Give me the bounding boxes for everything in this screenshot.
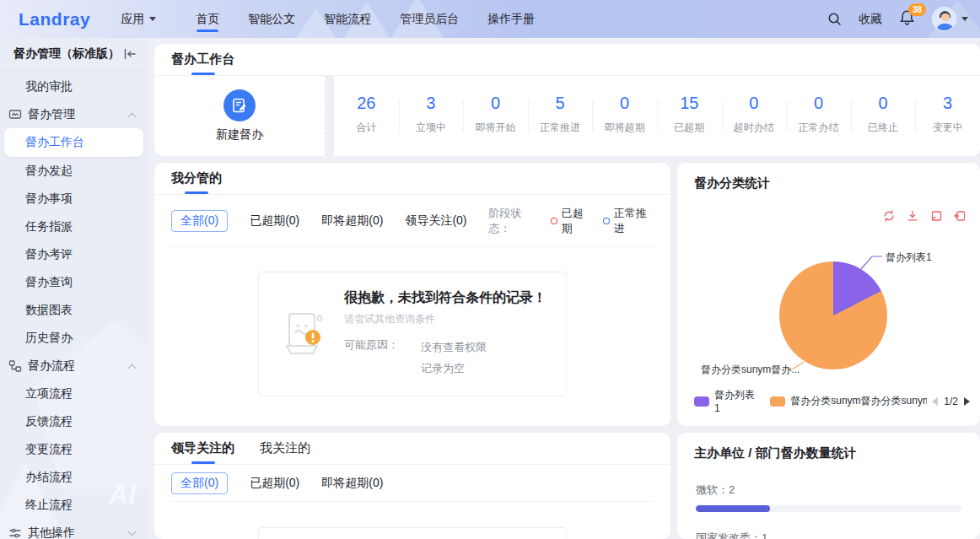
main-content: 督办工作台 新建督办 26合计 3立项中 0即将开始 5正常推进 [148,38,980,539]
flow-icon [8,359,22,373]
followed-header: 领导关注的 我关注的 [154,433,670,465]
sidebar-item-query[interactable]: 督办查询 [0,268,148,296]
empty-reasons: 可能原因： 没有查看权限 记录为空 [344,337,547,378]
sidebar-item-feedback-flow[interactable]: 反馈流程 [0,407,148,435]
sidebar-item-matters[interactable]: 督办事项 [0,185,148,213]
legend-pager: 1/2 [932,396,970,407]
empty-state-text: 很抱歉，未找到符合条件的记录！ 请尝试其他查询条件 可能原因： 没有查看权限 记… [344,289,547,378]
filter-overdue[interactable]: 已超期(0) [250,213,299,229]
nav-smart-docs[interactable]: 智能公文 [234,0,310,38]
stat-total[interactable]: 26合计 [334,89,399,143]
ontrack-dot-icon [603,218,609,224]
tab-my-managed[interactable]: 我分管的 [171,163,222,194]
legend-entry-2[interactable]: 督办分类sunym督办分类sunym督办分类 [770,394,927,408]
my-managed-panel: 我分管的 全部(0) 已超期(0) 即将超期(0) 领导关注(0) 阶段状态： … [154,163,670,426]
sidebar-group-supervision-flows[interactable]: 督办流程 [0,352,148,380]
caret-down-icon [149,17,156,21]
search-icon[interactable] [827,12,842,26]
stat-closed-late[interactable]: 0超时办结 [722,89,787,143]
unit-bar-fill [696,505,770,512]
legend-entry-1[interactable]: 督办列表1 [694,388,758,414]
filter-all[interactable]: 全部(0) [171,472,228,494]
overdue-dot-icon [551,218,557,224]
pie-chart: 督办列表1 督办分类sunym督办... [677,197,980,382]
followed-panel: 领导关注的 我关注的 全部(0) 已超期(0) 即将超期(0) [154,433,670,539]
my-managed-header: 我分管的 [154,163,670,195]
user-menu[interactable] [932,7,968,31]
chevron-down-icon [128,527,137,536]
stats-row: 26合计 3立项中 0即将开始 5正常推进 0即将超期 15已超期 0超时办结 … [334,76,980,156]
stat-near-overdue[interactable]: 0即将超期 [592,89,657,143]
stat-closed-normal[interactable]: 0正常办结 [786,89,851,143]
category-stats-title: 督办分类统计 [677,163,980,191]
sidebar-item-charts[interactable]: 数据图表 [0,296,148,324]
nav-smart-flow[interactable]: 智能流程 [310,0,385,38]
workbench-header: 督办工作台 [154,44,980,76]
prev-page-icon[interactable] [932,397,938,406]
new-doc-icon [223,89,256,121]
page: Landray 应用 首页 智能公文 智能流程 管理员后台 操作手册 收藏 38 [0,0,980,539]
notification-badge: 38 [908,3,926,16]
new-supervision-label: 新建督办 [216,127,263,143]
sidebar-group-other-actions[interactable]: 其他操作 [0,519,148,539]
next-page-icon[interactable] [964,397,970,406]
divider [171,501,654,502]
filter-all[interactable]: 全部(0) [171,210,228,232]
sidebar-item-project-flow[interactable]: 立项流程 [0,380,148,407]
favorites-button[interactable]: 收藏 [859,12,882,27]
chevron-up-icon [128,364,137,372]
sidebar-item-change-flow[interactable]: 变更流程 [0,435,148,463]
stat-changing[interactable]: 3变更中 [915,89,980,143]
filter-near-overdue[interactable]: 即将超期(0) [321,213,383,229]
stat-overdue[interactable]: 15已超期 [657,89,722,143]
new-supervision-button[interactable]: 新建督办 [154,76,326,156]
legend-page-number: 1/2 [944,396,958,407]
stage-on-track: 正常推进 [603,206,654,236]
unit-bar-track [696,505,961,512]
sidebar-item-initiate[interactable]: 督办发起 [0,157,148,185]
tab-my-followed[interactable]: 我关注的 [260,433,310,464]
divider [171,246,654,247]
filter-overdue[interactable]: 已超期(0) [250,476,299,491]
empty-doc-icon [278,310,331,358]
filter-near-overdue[interactable]: 即将超期(0) [321,476,383,491]
apps-menu[interactable]: 应用 [121,12,156,27]
topbar: Landray 应用 首页 智能公文 智能流程 管理员后台 操作手册 收藏 38 [0,0,980,38]
avatar [932,7,956,31]
collapse-sidebar-icon[interactable] [123,47,137,61]
filter-leader-follow[interactable]: 领导关注(0) [405,213,466,229]
sidebar-item-evaluation[interactable]: 督办考评 [0,240,148,268]
unit-bar-label: 微软：2 [696,482,961,498]
landray-logo: Landray [19,9,90,30]
caret-down-icon [961,17,968,21]
nav-admin-console[interactable]: 管理员后台 [385,0,473,38]
stat-terminated[interactable]: 0已终止 [851,89,916,143]
sidebar: AI 督办管理（标准版） 我的审批 督办管理 督办工作台 督办发起 督办事项 任… [0,38,148,539]
legend-swatch-orange [770,396,785,407]
sidebar-group-supervision-mgmt[interactable]: 督办管理 [0,100,148,128]
nav-home[interactable]: 首页 [181,0,234,38]
nav-manual[interactable]: 操作手册 [473,0,549,38]
tab-workbench[interactable]: 督办工作台 [171,44,234,75]
sidebar-item-history[interactable]: 历史督办 [0,324,148,352]
stat-about-to-start[interactable]: 0即将开始 [463,89,528,143]
tab-leader-followed[interactable]: 领导关注的 [171,433,234,464]
unit-bar-label: 国家发改委：1 [696,531,961,539]
pie-callout-purple: 督办列表1 [886,251,932,265]
unit-stats-panel: 主办单位 / 部门督办数量统计 微软：2 国家发改委：1 [677,433,980,539]
notifications-button[interactable]: 38 [899,9,915,30]
sidebar-item-workbench[interactable]: 督办工作台 [4,128,143,157]
chevron-up-icon [128,112,137,121]
sidebar-item-my-approvals[interactable]: 我的审批 [0,73,148,100]
workbench-panel: 督办工作台 新建督办 26合计 3立项中 0即将开始 5正常推进 [154,44,980,156]
sidebar-item-completion-flow[interactable]: 办结流程 [0,463,148,491]
empty-state: 很抱歉，未找到符合条件的记录！ 请尝试其他查询条件 可能原因： 没有查看权限 记… [258,272,567,396]
stat-initiating[interactable]: 3立项中 [399,89,464,143]
divider [326,76,334,156]
stage-status-legend: 阶段状态： 已超期 正常推进 [489,206,654,236]
monitor-icon [8,108,22,121]
sidebar-item-task-assign[interactable]: 任务指派 [0,213,148,240]
stat-on-track[interactable]: 5正常推进 [528,89,593,143]
sidebar-item-termination-flow[interactable]: 终止流程 [0,491,148,519]
category-stats-panel: 督办分类统计 督 [677,163,980,426]
